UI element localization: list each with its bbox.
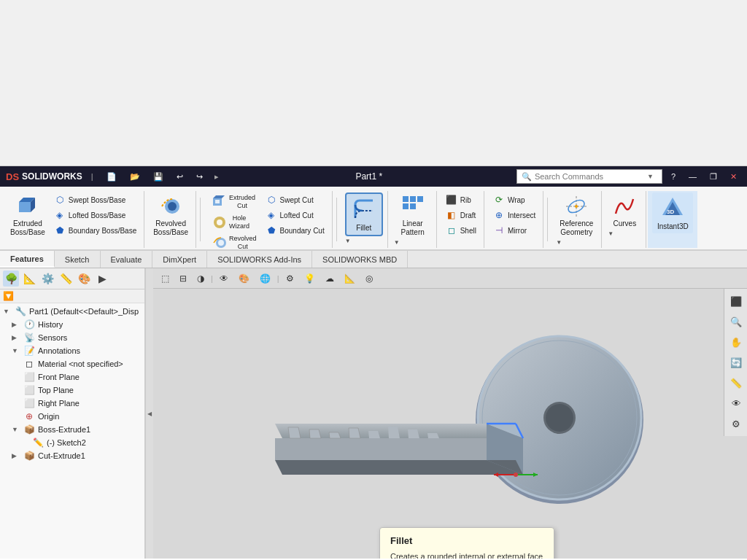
view-settings-btn[interactable]: ⚙ xyxy=(282,272,298,285)
revolved-cut-btn[interactable]: RevolvedCut xyxy=(209,233,260,252)
svg-point-29 xyxy=(546,404,573,432)
rt-measure-btn[interactable]: 📏 xyxy=(727,373,746,392)
undo-btn[interactable]: ↩ xyxy=(172,171,187,183)
expand-cut-extrude1[interactable]: ▶ xyxy=(12,452,20,459)
extruded-cut-btn[interactable]: ExtrudedCut xyxy=(209,192,260,211)
tree-item-top-plane[interactable]: ⬜ Top Plane xyxy=(9,384,144,397)
fillet-btn[interactable]: Fillet xyxy=(345,192,383,236)
perspective-btn[interactable]: 📐 xyxy=(341,272,359,285)
tree-item-origin[interactable]: ⊕ Origin xyxy=(9,410,144,423)
lofted-cut-btn[interactable]: ◈ Lofted Cut xyxy=(263,208,328,222)
ref-geometry-btn[interactable]: ReferenceGeometry xyxy=(556,192,597,239)
edit-appearance-btn[interactable]: 🎨 xyxy=(235,272,253,285)
right-toolbar: ⬛ 🔍 ✋ 🔄 📏 👁 ⚙ xyxy=(724,289,747,436)
rt-view-btn[interactable]: 👁 xyxy=(727,394,746,413)
history-icon: 🕐 xyxy=(23,319,35,330)
tree-item-boss-extrude1[interactable]: ▼ 📦 Boss-Extrude1 xyxy=(9,423,144,436)
hide-show-btn[interactable]: 👁 xyxy=(216,272,232,285)
expand-boss-extrude1[interactable]: ▼ xyxy=(12,426,20,433)
mirror-btn[interactable]: ⊣ Mirror xyxy=(490,223,538,238)
viewport[interactable]: ⬚ ⊟ ◑ | 👁 🎨 🌐 | ⚙ 💡 ☁ 📐 ◎ xyxy=(153,268,747,559)
tree-item-front-plane[interactable]: ⬜ Front Plane xyxy=(9,370,144,384)
rt-zoom-btn[interactable]: 🔍 xyxy=(727,312,746,331)
draft-btn[interactable]: ◧ Draft xyxy=(443,208,479,222)
search-input[interactable] xyxy=(535,172,644,181)
realview-btn[interactable]: 💡 xyxy=(301,272,319,285)
tab-dimxpert[interactable]: DimXpert xyxy=(152,251,207,268)
svg-point-9 xyxy=(217,219,222,225)
tree-item-material[interactable]: ◻ Material <not specified> xyxy=(9,357,144,370)
instant3d-label: Instant3D xyxy=(657,222,689,231)
panel-collapse-btn[interactable]: ◀ xyxy=(146,268,153,559)
tab-solidworks-addins[interactable]: SOLIDWORKS Add-Ins xyxy=(207,251,312,268)
shell-btn[interactable]: ◻ Shell xyxy=(443,223,479,238)
ref-geometry-dropdown[interactable]: ▼ xyxy=(556,239,562,246)
view-orientation-btn[interactable]: ⬚ xyxy=(158,272,173,285)
tab-sketch[interactable]: Sketch xyxy=(55,251,101,268)
svg-point-4 xyxy=(168,202,177,211)
open-file-btn[interactable]: 📂 xyxy=(125,171,144,183)
expand-sensors[interactable]: ▶ xyxy=(12,334,20,341)
intersect-btn[interactable]: ⊕ Intersect xyxy=(490,208,538,222)
wrap-btn[interactable]: ⟳ Wrap xyxy=(490,192,538,207)
expand-history[interactable]: ▶ xyxy=(12,321,20,328)
boundary-cut-label: Boundary Cut xyxy=(280,227,325,235)
tab-evaluate[interactable]: Evaluate xyxy=(101,251,153,268)
redo-btn[interactable]: ↪ xyxy=(192,171,207,183)
restore-btn[interactable]: ❐ xyxy=(705,171,721,183)
curves-btn[interactable]: Curves xyxy=(608,192,641,230)
revolved-boss-base-btn[interactable]: RevolvedBoss/Base xyxy=(150,192,191,239)
hole-wizard-btn[interactable]: HoleWizard xyxy=(209,213,260,232)
rib-btn[interactable]: ⬛ Rib xyxy=(443,192,479,207)
ambient-occlusion-btn[interactable]: ◎ xyxy=(362,272,376,285)
extruded-boss-base-btn[interactable]: ExtrudedBoss/Base xyxy=(7,192,48,239)
display-style-btn[interactable]: ◑ xyxy=(193,272,208,285)
boundary-cut-btn[interactable]: ⬟ Boundary Cut xyxy=(263,223,328,238)
property-manager-icon[interactable]: 📐 xyxy=(21,271,37,287)
tree-item-cut-extrude1[interactable]: ▶ 📦 Cut-Extrude1 xyxy=(9,449,144,462)
cut-small-btns: ⬡ Swept Cut ◈ Lofted Cut ⬟ Boundary Cut xyxy=(263,192,328,238)
rt-rotate-btn[interactable]: 🔄 xyxy=(727,353,746,372)
minimize-btn[interactable]: — xyxy=(684,171,701,182)
scenes-btn[interactable]: 🌐 xyxy=(256,272,274,285)
tree-item-sensors[interactable]: ▶ 📡 Sensors xyxy=(9,331,144,344)
rt-pan-btn[interactable]: ✋ xyxy=(727,332,746,351)
save-btn[interactable]: 💾 xyxy=(149,171,168,183)
rt-expand-btn[interactable]: ⬛ xyxy=(727,292,746,311)
lofted-boss-base-btn[interactable]: ◈ Lofted Boss/Base xyxy=(51,208,139,222)
config-manager-icon[interactable]: ⚙️ xyxy=(39,271,55,287)
help-btn[interactable]: ? xyxy=(667,171,680,182)
swept-cut-btn[interactable]: ⬡ Swept Cut xyxy=(263,192,328,207)
right-plane-label: Right Plane xyxy=(38,399,80,408)
tree-item-right-plane[interactable]: ⬜ Right Plane xyxy=(9,397,144,410)
fillet-dropdown-arrow[interactable]: ▼ xyxy=(345,238,351,244)
close-btn[interactable]: ✕ xyxy=(726,171,741,183)
section-view-btn[interactable]: ⊟ xyxy=(176,272,190,285)
feature-manager-icon[interactable]: 🌳 xyxy=(3,271,19,287)
swept-boss-base-btn[interactable]: ⬡ Swept Boss/Base xyxy=(51,192,139,207)
tab-solidworks-mbd[interactable]: SOLIDWORKS MBD xyxy=(312,251,408,268)
linear-pattern-btn[interactable]: LinearPattern xyxy=(394,192,432,239)
boundary-boss-base-btn[interactable]: ⬟ Boundary Boss/Base xyxy=(51,223,139,238)
dimxpert-manager-icon[interactable]: 📏 xyxy=(58,271,74,287)
shadows-btn[interactable]: ☁ xyxy=(322,272,338,285)
search-bar[interactable]: 🔍 ▼ xyxy=(516,169,662,184)
new-file-btn[interactable]: 📄 xyxy=(102,171,121,183)
tree-item-part1[interactable]: ▼ 🔧 Part1 (Default<<Default>_Disp xyxy=(0,305,144,318)
linear-pattern-dropdown[interactable]: ▼ xyxy=(394,239,400,246)
expand-part1[interactable]: ▼ xyxy=(3,308,12,315)
curves-dropdown[interactable]: ▼ xyxy=(608,230,614,237)
tree-item-annotations[interactable]: ▼ 📝 Annotations xyxy=(9,344,144,357)
tree-item-history[interactable]: ▶ 🕐 History xyxy=(9,318,144,331)
swept-cut-label: Swept Cut xyxy=(280,196,314,204)
tab-features[interactable]: Features xyxy=(0,251,55,268)
tree-item-sketch2[interactable]: ✏️ (-) Sketch2 xyxy=(18,436,144,449)
search-dropdown-icon[interactable]: ▼ xyxy=(647,173,654,180)
display-states-icon[interactable]: 🎨 xyxy=(76,271,92,287)
ref-geom-icon xyxy=(565,195,588,218)
expand-panel-icon[interactable]: ▶ xyxy=(94,271,110,287)
expand-annotations[interactable]: ▼ xyxy=(12,347,20,354)
key-model-svg xyxy=(202,292,698,555)
instant3d-btn[interactable]: 3D Instant3D xyxy=(652,192,693,233)
rt-settings-btn[interactable]: ⚙ xyxy=(727,414,746,433)
